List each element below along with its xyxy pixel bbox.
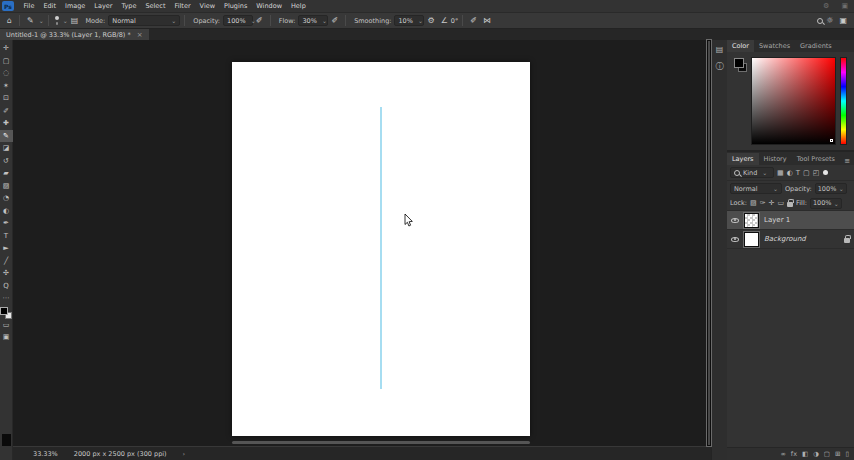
healing-brush-tool[interactable]: ✚ (0, 117, 13, 130)
menu-view[interactable]: View (195, 0, 219, 12)
filter-kind-select[interactable]: Kind ⌄ (730, 167, 774, 178)
flow-select[interactable]: 30% ⌄ (298, 15, 328, 26)
type-tool[interactable]: T (0, 230, 13, 243)
filter-pixel-icon[interactable]: ▦ (777, 169, 784, 177)
layer-thumbnail[interactable] (744, 232, 759, 247)
marquee-tool[interactable]: ▢ (0, 55, 13, 68)
crop-tool[interactable]: ⊡ (0, 92, 13, 105)
menu-select[interactable]: Select (141, 0, 170, 12)
horizontal-scrollbar[interactable] (232, 441, 530, 444)
layer-fill-select[interactable]: 100% ⌄ (810, 198, 842, 209)
new-group-icon[interactable]: ▢ (824, 450, 830, 458)
foreground-background-swatches[interactable] (0, 307, 12, 319)
history-brush-tool[interactable]: ↺ (0, 155, 13, 168)
workspace-switcher-icon[interactable]: ▣ (836, 16, 850, 25)
filter-smart-object-icon[interactable]: ◰ (813, 169, 820, 177)
vertical-scrollbar[interactable] (707, 40, 711, 446)
symmetry-icon[interactable]: ⋈ (480, 16, 494, 25)
menu-layer[interactable]: Layer (90, 0, 117, 12)
tab-layers[interactable]: Layers (727, 153, 759, 165)
info-panel-icon[interactable]: ⓘ (716, 61, 724, 72)
visibility-eye-icon[interactable] (731, 218, 739, 223)
brush-preset-picker[interactable] (53, 16, 61, 25)
layer-effects-icon[interactable]: fx (791, 450, 797, 458)
layer-thumbnail[interactable] (744, 213, 759, 228)
pen-tool[interactable]: ✒ (0, 217, 13, 230)
lock-position-icon[interactable]: ✛ (769, 199, 775, 207)
blur-tool[interactable]: ◔ (0, 192, 13, 205)
foreground-color-swatch[interactable] (0, 307, 8, 315)
layer-row-background[interactable]: Background (727, 230, 854, 249)
link-layers-icon[interactable]: ∞ (780, 450, 785, 458)
visibility-eye-icon[interactable] (731, 237, 739, 242)
adjustment-layer-icon[interactable]: ◑ (813, 450, 819, 458)
smoothing-select[interactable]: 10% ⌄ (394, 15, 424, 26)
eraser-tool[interactable]: ▰ (0, 167, 13, 180)
dodge-tool[interactable]: ◐ (0, 205, 13, 218)
move-tool[interactable]: ✛ (0, 42, 13, 55)
lasso-tool[interactable]: ◌ (0, 67, 13, 80)
menu-window[interactable]: Window (252, 0, 287, 12)
blend-mode-select[interactable]: Normal ⌄ (108, 15, 180, 26)
tab-history[interactable]: History (759, 153, 792, 165)
layer-blend-mode-select[interactable]: Normal ⌄ (730, 183, 782, 194)
filter-toggle[interactable] (823, 170, 828, 175)
lock-transparency-icon[interactable]: ▨ (750, 199, 757, 207)
filter-adjustment-icon[interactable]: ◐ (787, 169, 793, 177)
tab-color[interactable]: Color (727, 40, 754, 52)
layer-opacity-select[interactable]: 100% ⌄ (815, 183, 847, 194)
quick-mask-icon[interactable]: ▭ (0, 319, 13, 332)
new-layer-icon[interactable]: ⊞ (835, 450, 840, 458)
menu-edit[interactable]: Edit (39, 0, 61, 12)
home-icon[interactable]: ⌂ (4, 16, 15, 25)
hand-tool[interactable]: ✣ (0, 267, 13, 280)
tab-swatches[interactable]: Swatches (754, 40, 795, 52)
eyedropper-tool[interactable]: ✐ (0, 105, 13, 118)
lock-all-icon[interactable] (787, 202, 793, 207)
lock-pixels-icon[interactable]: ✑ (760, 199, 766, 207)
pressure-opacity-icon[interactable]: ✐ (253, 16, 266, 25)
settings-icon[interactable]: ⚙ (817, 2, 835, 10)
menu-image[interactable]: Image (60, 0, 89, 12)
collapsed-panel-icon[interactable]: ▤ (716, 45, 724, 54)
status-chevron-icon[interactable]: › (183, 450, 186, 458)
brush-tool[interactable]: ✎ (0, 130, 13, 143)
filter-type-icon[interactable]: T (796, 169, 800, 177)
toggle-brush-panel-icon[interactable]: ▤ (68, 16, 82, 25)
saturation-brightness-field[interactable] (751, 57, 836, 145)
zoom-level[interactable]: 33.33% (33, 450, 58, 458)
tab-tool-presets[interactable]: Tool Presets (792, 153, 840, 165)
edit-toolbar-icon[interactable]: ⋯ (0, 292, 13, 305)
menu-help[interactable]: Help (286, 0, 310, 12)
brush-angle-icon[interactable]: ∠ (438, 16, 451, 25)
zoom-tool[interactable]: Q (0, 280, 13, 293)
brush-tool-icon[interactable]: ✎ (24, 16, 37, 25)
gradient-tool[interactable]: ▨ (0, 180, 13, 193)
panel-menu-icon[interactable]: ≡ (840, 157, 854, 165)
airbrush-icon[interactable]: ✐ (328, 16, 341, 25)
chevron-down-icon[interactable]: ⌄ (39, 17, 44, 24)
close-tab-icon[interactable]: × (137, 31, 143, 39)
canvas-area[interactable] (13, 40, 711, 446)
menu-plugins[interactable]: Plugins (220, 0, 252, 12)
hue-slider[interactable] (840, 57, 847, 145)
menu-file[interactable]: File (19, 0, 39, 12)
line-tool[interactable]: ╱ (0, 255, 13, 268)
layer-name[interactable]: Layer 1 (764, 216, 790, 224)
document-tab[interactable]: Untitled-1 @ 33.3% (Layer 1, RGB/8) * × (0, 29, 149, 40)
search-icon[interactable] (817, 18, 823, 24)
filter-shape-icon[interactable]: ▢ (803, 169, 810, 177)
delete-layer-icon[interactable]: ▯ (845, 450, 849, 458)
screen-mode-icon[interactable]: ▣ (0, 331, 13, 344)
opacity-select[interactable]: 100% ⌄ (223, 15, 253, 26)
object-selection-tool[interactable]: ✶ (0, 80, 13, 93)
clone-stamp-tool[interactable]: ◪ (0, 142, 13, 155)
restore-window-icon[interactable]: ▣ (835, 2, 854, 10)
path-selection-tool[interactable]: ► (0, 242, 13, 255)
layer-name[interactable]: Background (764, 235, 806, 243)
tab-gradients[interactable]: Gradients (795, 40, 837, 52)
menu-type[interactable]: Type (117, 0, 141, 12)
lock-artboard-icon[interactable]: ▭ (777, 199, 784, 207)
document-canvas[interactable] (232, 62, 530, 436)
color-panel-swatches[interactable] (733, 57, 751, 145)
